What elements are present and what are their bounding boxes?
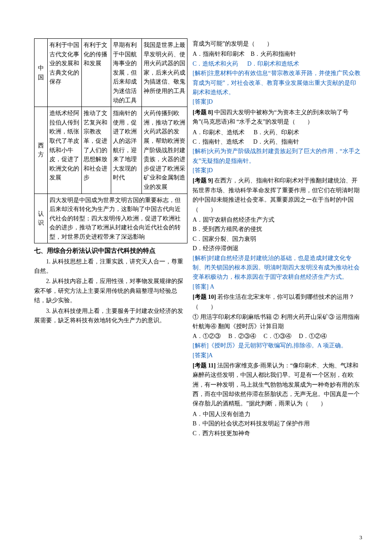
q9-answer-value: A [208, 283, 214, 290]
cell: 有利于中国古代文化事业的发展和古典文化的保存 [48, 39, 82, 107]
q10-options: A．①②③ B．②③④ C．①③④ D．①②④ [193, 332, 362, 341]
cell: 早期有利于中国航海事业的发展，但后来却成为迷信活动的工具 [111, 39, 142, 107]
cell: 推动了文艺复兴和宗教改革，促进了人们的思想解放和社会进步 [81, 107, 111, 194]
q7-opt-b: B．火药和指南针 [251, 51, 296, 57]
cell-recognition: 四大发明是中国成为世界文明古国的重要标志，但后来却没有转化为生产力，这影响了中国… [48, 194, 187, 243]
comparison-table: 中国 有利于中国古代文化事业的发展和古典文化的保存 有利于文化的传播和发展 早期… [34, 38, 187, 243]
q9-opt-c: C．国家分裂、国力衰弱 [193, 234, 362, 244]
q8-answer-label: [答案] [193, 167, 208, 173]
q10: [考题 10] 若你生活在北宋末年，你可以看到哪些技术的运用？（ ） [193, 292, 362, 312]
q10-analysis: [解析]《授时历》是元朝郭守敬编写的,排除④。A 项正确。 [193, 341, 362, 350]
q7-opt-d: D．印刷术和造纸术 [247, 61, 299, 67]
q8-answer-value: D [208, 167, 213, 173]
q8-analysis: [解析]火药为资产阶级战胜封建贵族起到了巨大的作用，“水手之友”无疑指的是指南针… [193, 147, 362, 166]
q9: [考题 9] 在西方，火药、指南针和印刷术对于推翻封建统治、开拓世界市场、推动科… [193, 176, 362, 214]
q9-title: [考题 9] [193, 177, 213, 184]
q10-opt-b: B．②③④ [228, 333, 256, 339]
row-label-west: 西方 [35, 107, 48, 194]
q10-title: [考题 10] [193, 294, 216, 300]
section-7-p3: 3. 从在科技使用上看，主要服务于封建农业经济的发展需要，缺乏将科技有效地转化为… [34, 306, 187, 326]
q7-answer-label: [答案] [193, 98, 208, 105]
q9-analysis-label: [解析] [193, 255, 208, 261]
cell: 有利于文化的传播和发展 [81, 39, 111, 107]
q7-opt-c: C．造纸术和火药 [193, 61, 238, 67]
q8-opt-a: A．印刷术、造纸术 [193, 129, 245, 136]
q10-answer-value: A [208, 352, 213, 358]
cell: 造纸术经阿拉伯人传到欧洲，纸张取代了羊皮纸和小牛皮，促进了欧洲文化的发展 [48, 107, 82, 194]
q10-opt-c: C．①③④ [263, 333, 291, 339]
row-label-recognition: 认识 [35, 194, 48, 243]
cell: 火药传播到欧洲，推动了欧洲火药武器的发展，帮助欧洲资产阶级战胜封建贵族，火器的进… [142, 107, 187, 194]
q11-opt-c: C．西方科技更加神奇 [193, 429, 362, 438]
section-7-title: 七、用综合分析法认识中国古代科技的特点 [34, 246, 187, 256]
q10-opt-d: D．①②④ [299, 333, 327, 339]
q7-analysis-text: 注意材料中的有效信息“替宗教改革开路，并使推广民众教育成为可能”，对社会改革、教… [193, 70, 360, 95]
q9-analysis-text: 封建自然经济是封建统治的基础，也是造成封建文化专制、闭关锁国的根本原因。明清时期… [193, 255, 360, 280]
q7-answer: [答案]D [193, 97, 362, 107]
table-row: 中国 有利于中国古代文化事业的发展和古典文化的保存 有利于文化的传播和发展 早期… [35, 39, 187, 107]
q9-stem: 在西方，火药、指南针和印刷术对于推翻封建统治、开拓世界市场、推动科学革命发挥了重… [193, 177, 360, 212]
q8-analysis-label: [解析] [193, 148, 208, 154]
q9-answer: [答案] A [193, 282, 362, 292]
table-row: 认识 四大发明是中国成为世界文明古国的重要标志，但后来却没有转化为生产力，这影响… [35, 194, 187, 243]
q11: [考题 11] 法国作家维克多·雨果认为：“像印刷术、大炮、气球和麻醉药这些发明… [193, 361, 362, 409]
section-7-p2: 2. 从科技内容上看，应用性强，对事物发展规律的探索不够，研究方法上主要采用传统… [34, 277, 187, 305]
q10-analysis-text: 《授时历》是元朝郭守敬编写的,排除④。A 项正确。 [208, 342, 346, 349]
q7-opt-a: A．指南针和印刷术 [193, 51, 245, 57]
q8: [考题 8] 中国四大发明中被称为“为资本主义的到来吹响了号角”(马克思语)和 … [193, 108, 362, 127]
q7-options-2: C．造纸术和火药 D．印刷术和造纸术 [193, 59, 362, 69]
q8-opt-b: B．火药、印刷术 [254, 129, 299, 136]
q8-opt-d: D．火药、指南针 [253, 139, 299, 145]
q9-opt-a: A．固守农耕自然经济生产方式 [193, 215, 362, 225]
q7-analysis-label: [解析] [193, 70, 208, 76]
q8-options-2: C．指南针、造纸术 D．火药、指南针 [193, 137, 362, 147]
q8-answer: [答案]D [193, 166, 362, 175]
q8-stem: 中国四大发明中被称为“为资本主义的到来吹响了号角”(马克思语)和 “水手之友”的… [193, 109, 349, 125]
q7-answer-value: D [208, 98, 213, 105]
q10-opt-a: A．①②③ [193, 333, 221, 339]
q9-analysis: [解析]封建自然经济是封建统治的基础，也是造成封建文化专制、闭关锁国的根本原因。… [193, 254, 362, 282]
q10-answer-label: [答案] [193, 352, 208, 358]
q7-stem-tail: 育成为可能”的发明是（ ） [193, 39, 362, 49]
q8-analysis-text: 火药为资产阶级战胜封建贵族起到了巨大的作用，“水手之友”无疑指的是指南针。 [193, 148, 360, 164]
table-row: 西方 造纸术经阿拉伯人传到欧洲，纸张取代了羊皮纸和小牛皮，促进了欧洲文化的发展 … [35, 107, 187, 194]
q8-opt-c: C．指南针、造纸术 [193, 139, 244, 145]
q11-opt-a: A．中国人没有创造力 [193, 410, 362, 419]
q11-title: [考题 11] [193, 362, 216, 369]
left-column: 中国 有利于中国古代文化事业的发展和古典文化的保存 有利于文化的传播和发展 早期… [34, 38, 187, 438]
q10-items: ① 用活字印刷术印刷麻纸书籍 ② 利用火药开山采矿③ 运用指南针航海④ 翻阅《授… [193, 312, 362, 332]
q9-answer-label: [答案] [193, 283, 208, 290]
right-column: 育成为可能”的发明是（ ） A．指南针和印刷术 B．火药和指南针 C．造纸术和火… [193, 38, 362, 438]
q9-opt-d: D．经济停滞倒退 [193, 244, 362, 253]
cell: 指南针的使用，促进了欧洲人的远洋航行，迎来了地理大发现的时代 [111, 107, 142, 194]
q11-stem: 法国作家维克多·雨果认为：“像印刷术、大炮、气球和麻醉药这些发明，中国人都比我们… [193, 362, 360, 407]
q10-stem: 若你生活在北宋末年，你可以看到哪些技术的运用？（ ） [193, 294, 355, 309]
q8-options: A．印刷术、造纸术 B．火药、印刷术 [193, 128, 362, 137]
q10-answer: [答案]A [193, 351, 362, 360]
q7-analysis: [解析]注意材料中的有效信息“替宗教改革开路，并使推广民众教育成为可能”，对社会… [193, 69, 362, 97]
q7-options: A．指南针和印刷术 B．火药和指南针 [193, 49, 362, 59]
q10-analysis-label: [解析] [193, 342, 208, 349]
row-label-china: 中国 [35, 39, 48, 107]
q11-opt-b: B．中国的社会状态对科技发明起了保护作用 [193, 419, 362, 428]
q9-opt-b: B．受到西方殖民者的侵扰 [193, 225, 362, 234]
section-7-p1: 1. 从科技思想上看，注重实践，讲究天人合一，尊重自然。 [34, 257, 187, 276]
page-number: 3 [360, 533, 363, 542]
cell: 我国是世界上最早发明火药、使用火药武器的国家，后来火药成为搞迷信、敬鬼神所使用的… [142, 39, 187, 107]
q8-title: [考题 8] [193, 109, 213, 116]
